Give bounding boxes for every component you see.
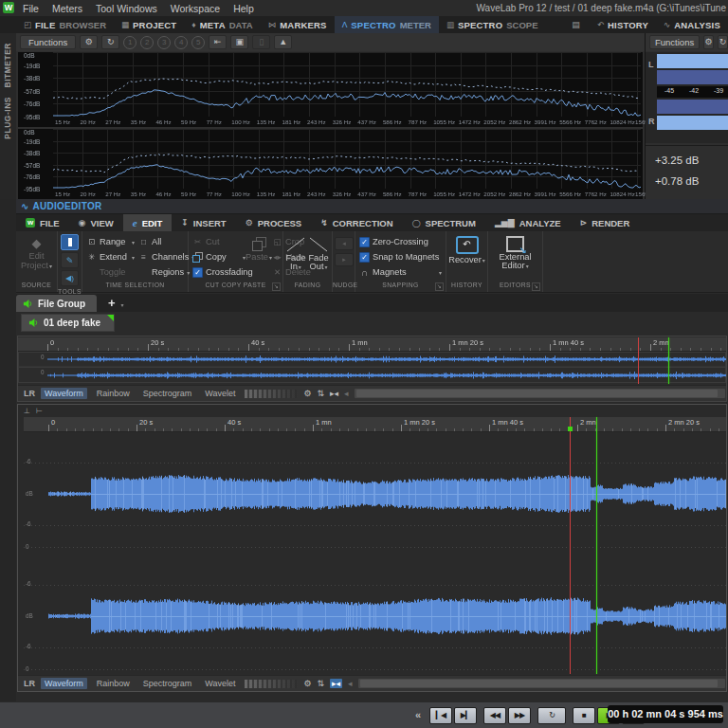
tab-filebrowser[interactable]: ◰FILEBROWSER [16,16,114,33]
horizontal-scrollbar[interactable] [355,389,725,398]
reset-icon[interactable]: ↻ [101,35,119,49]
ribbon-tab-process[interactable]: ⚙PROCESS [236,214,312,231]
view-tab-wavelet[interactable]: Wavelet [201,388,239,399]
edit-cursor[interactable] [570,417,571,674]
file-group-tab[interactable]: File Group [16,295,97,312]
meter-settings-icon[interactable]: ⚙ [703,35,714,49]
channel-order-icon[interactable]: ⇅ [318,389,325,398]
view-tab-rainbow[interactable]: Rainbow [93,388,134,399]
add-file-group-button[interactable]: + [108,296,116,310]
editors-dialog-launcher-icon[interactable]: ↘ [532,282,540,291]
meter-reset-icon[interactable]: ↻ [718,35,728,49]
overview-playback-cursor[interactable] [668,337,669,384]
time-display[interactable]: 00 h 02 mn 04 s 954 ms [608,705,723,723]
snapping-dialog-launcher-icon[interactable]: ↘ [435,282,444,291]
view-tab-waveform[interactable]: Waveform [41,388,87,399]
scroll-left-icon[interactable]: ◂ [344,389,349,398]
menu-item-help[interactable]: Help [233,3,254,14]
regions-button[interactable]: Regions▾ [136,264,187,280]
zoom-selection-icon[interactable]: ▸◂ [330,389,338,398]
ribbon-tab-file[interactable]: wFILE [16,214,69,231]
view-tab-spectrogram[interactable]: Spectrogram [139,678,196,689]
loop-button[interactable]: ↻ [537,707,566,724]
playback-cursor[interactable] [596,417,597,674]
overview-waveform-canvas[interactable] [18,352,726,384]
tab-analysis[interactable]: ∿ANALYSIS [656,20,728,30]
overview-time-ruler[interactable]: 020 s40 s1 mn1 mn 20 s1 mn 40 s2 mn [18,337,726,352]
ribbon-tab-render[interactable]: ⊳RENDER [571,214,640,231]
scrollbar-thumb[interactable] [360,680,718,687]
overview-edit-cursor[interactable] [638,337,639,384]
menu-item-tool-windows[interactable]: Tool Windows [96,3,157,14]
marker-tool-icon[interactable]: ⊢ [36,407,43,415]
view-tab-spectrogram[interactable]: Spectrogram [139,388,196,399]
ccp-dialog-launcher-icon[interactable]: ↘ [272,282,281,291]
crossfading-checkbox[interactable]: ✓Crossfading [191,264,247,280]
tab-history[interactable]: ↶HISTORY [590,20,656,30]
panel-layout-icon[interactable]: ▤ [572,20,580,29]
preset-2-button[interactable]: 2 [140,36,154,49]
zoom-selection-icon[interactable]: ▸◂ [330,679,342,688]
ribbon-tab-analyze[interactable]: ▂▅▇ANALYZE [485,214,571,231]
main-time-ruler[interactable]: 020 s40 s1 mn1 mn 20 s1 mn 40 s2 mn2 mn … [24,417,726,432]
view-tab-rainbow[interactable]: Rainbow [93,678,134,689]
menu-item-file[interactable]: File [23,3,39,14]
fade-out-button[interactable]: FadeOut▾ [308,234,329,282]
collapse-transport-icon[interactable]: « [415,709,421,720]
paste-button[interactable]: Paste▾ [247,234,270,262]
channels-button[interactable]: ≡Channels▾ [136,249,187,264]
snap-to-magnets-checkbox[interactable]: ✓Snap to Magnets [357,249,444,264]
external-editor-button[interactable]: ↘ ExternalEditor▾ [490,234,540,271]
extend-button[interactable]: ✳Extend▾ [84,249,136,264]
go-to-end-button[interactable]: ▶▎ [454,707,477,724]
ribbon-tab-spectrum[interactable]: ◯SPECTRUM [403,214,485,231]
meter-functions-button[interactable]: Functions [649,35,700,49]
tab-spectrometer[interactable]: ΛSPECTROMETER [335,16,439,33]
toggle-button[interactable]: Toggle [84,264,136,280]
copy-button[interactable]: Copy▾ [191,249,247,264]
ribbon-tab-view[interactable]: ◉VIEW [69,214,123,231]
time-selection-tool-button[interactable] [61,234,79,250]
delete-snapshot-icon[interactable]: ▯ [252,35,270,49]
cut-button[interactable]: ✂Cut [191,234,247,249]
view-tab-wavelet[interactable]: Wavelet [201,678,239,689]
forward-button[interactable]: ▶▶ [508,707,531,724]
ruler-settings-icon[interactable]: ⊥ [24,407,30,415]
menu-item-meters[interactable]: Meters [52,3,82,14]
go-to-start-button[interactable]: ▎◀ [429,707,452,724]
preset-5-button[interactable]: 5 [191,36,205,49]
channel-order-icon[interactable]: ⇅ [318,679,325,688]
add-file-group-dropdown-icon[interactable]: ▾ [121,301,124,308]
rewind-button[interactable]: ◀◀ [483,707,506,724]
lr-channel-selector[interactable]: LR [24,679,35,688]
preset-3-button[interactable]: 3 [157,36,171,49]
ribbon-tab-insert[interactable]: ↧INSERT [172,214,235,231]
tab-metadata[interactable]: ♦METADATA [184,16,260,33]
select-all-button[interactable]: □All [136,234,187,249]
main-waveform-canvas[interactable] [24,431,726,674]
stop-button[interactable]: ■ [573,707,595,724]
tab-markers[interactable]: ⋈MARKERS [261,16,335,33]
menu-item-workspace[interactable]: Workspace [171,3,220,14]
move-to-left-icon[interactable]: ⇤ [209,35,227,49]
ribbon-tab-edit[interactable]: eEDIT [123,214,173,231]
zero-crossing-checkbox[interactable]: ✓Zero-Crossing [357,234,444,249]
tab-spectroscope[interactable]: ▥SPECTROSCOPE [439,16,546,33]
edit-project-button[interactable]: ◆ Edit Project▾ [18,234,55,271]
view-tab-waveform[interactable]: Waveform [41,678,87,689]
rail-item-bitmeter[interactable]: BITMETER [3,43,12,87]
file-tab[interactable]: 01 deep fake [21,314,115,332]
audition-tool-button[interactable]: ◀) [61,270,79,286]
gear-icon[interactable]: ⚙ [303,389,311,398]
fade-in-button[interactable]: FadeIn▾ [285,234,306,282]
gear-icon[interactable]: ⚙ [303,679,311,688]
export-image-icon[interactable]: ▲ [274,35,292,49]
snapshot-icon[interactable]: ▣ [230,35,248,49]
preset-1-button[interactable]: 1 [123,36,136,49]
nudge-left-button[interactable]: ◂ [335,237,354,250]
settings-icon[interactable]: ⚙ [80,35,98,49]
lr-channel-selector[interactable]: LR [24,389,35,398]
magnets-button[interactable]: ∩Magnets▾ [357,264,444,280]
preset-4-button[interactable]: 4 [174,36,188,49]
rail-item-plug-ins[interactable]: PLUG-INS [3,97,12,139]
